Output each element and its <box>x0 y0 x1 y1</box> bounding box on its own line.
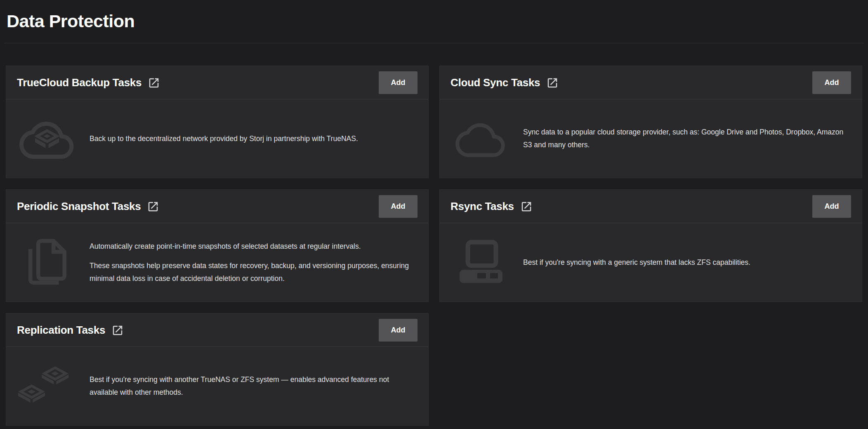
card-truecloud-backup-tasks: TrueCloud Backup Tasks Add <box>6 66 429 178</box>
card-description-paragraph: Sync data to a popular cloud storage pro… <box>523 126 849 151</box>
card-description: Automatically create point-in-time snaps… <box>90 240 416 285</box>
card-header: Cloud Sync Tasks Add <box>440 66 862 99</box>
card-cloud-sync-tasks: Cloud Sync Tasks Add Sync data to a popu… <box>439 66 862 178</box>
card-header: Rsync Tasks Add <box>440 190 862 223</box>
card-add-button[interactable]: Add <box>379 71 417 94</box>
card-add-button[interactable]: Add <box>379 319 417 342</box>
card-add-button[interactable]: Add <box>812 71 851 94</box>
open-in-new-icon[interactable] <box>546 77 559 89</box>
card-body: Sync data to a popular cloud storage pro… <box>440 99 862 178</box>
storj-cloud-icon <box>19 116 75 162</box>
card-description: Best if you're syncing with a generic sy… <box>523 256 849 269</box>
card-add-button[interactable]: Add <box>379 195 417 218</box>
card-description: Sync data to a popular cloud storage pro… <box>523 126 849 151</box>
card-rsync-tasks: Rsync Tasks Add Best if you're syncing w… <box>439 189 862 302</box>
card-title: Cloud Sync Tasks <box>451 76 540 89</box>
data-protection-page: Data Protection TrueCloud Backup Tasks A… <box>0 0 868 426</box>
card-title: TrueCloud Backup Tasks <box>17 76 142 89</box>
card-header: TrueCloud Backup Tasks Add <box>6 66 428 99</box>
title-divider <box>4 43 864 43</box>
open-in-new-icon[interactable] <box>148 77 160 89</box>
card-icon <box>17 238 78 287</box>
page-title: Data Protection <box>7 11 862 31</box>
card-icon <box>17 116 78 162</box>
cloud-icon <box>455 118 507 160</box>
card-body: Best if you're syncing with another True… <box>6 347 428 425</box>
card-description-paragraph: Best if you're syncing with a generic sy… <box>523 256 849 269</box>
snapshots-icon <box>26 238 69 287</box>
open-in-new-icon[interactable] <box>111 324 124 337</box>
card-header: Replication Tasks Add <box>6 314 428 347</box>
card-title: Periodic Snapshot Tasks <box>17 200 141 213</box>
card-body: Back up to the decentralized network pro… <box>6 99 428 178</box>
truenas-cubes-icon <box>18 366 77 406</box>
card-header: Periodic Snapshot Tasks Add <box>6 190 428 223</box>
card-description: Back up to the decentralized network pro… <box>90 132 416 145</box>
card-title: Rsync Tasks <box>451 200 514 213</box>
card-title: Replication Tasks <box>17 324 105 337</box>
card-body: Best if you're syncing with a generic sy… <box>440 223 862 302</box>
card-description-paragraph: Best if you're syncing with another True… <box>90 373 416 399</box>
card-add-button[interactable]: Add <box>812 195 851 218</box>
card-icon <box>451 240 512 285</box>
card-description: Best if you're syncing with another True… <box>90 373 416 399</box>
card-replication-tasks: Replication Tasks Add <box>6 313 429 426</box>
open-in-new-icon[interactable] <box>147 200 159 213</box>
card-body: Automatically create point-in-time snaps… <box>6 223 428 302</box>
card-icon <box>17 366 78 406</box>
cards-grid: TrueCloud Backup Tasks Add <box>6 66 862 426</box>
card-description-paragraph: Back up to the decentralized network pro… <box>90 132 416 145</box>
open-in-new-icon[interactable] <box>520 200 533 213</box>
card-description-paragraph: Automatically create point-in-time snaps… <box>90 240 416 253</box>
card-description-paragraph: These snapshots help preserve data state… <box>90 259 416 285</box>
computer-icon <box>457 240 505 285</box>
card-periodic-snapshot-tasks: Periodic Snapshot Tasks Add Automaticall… <box>6 189 429 302</box>
card-icon <box>451 118 512 160</box>
